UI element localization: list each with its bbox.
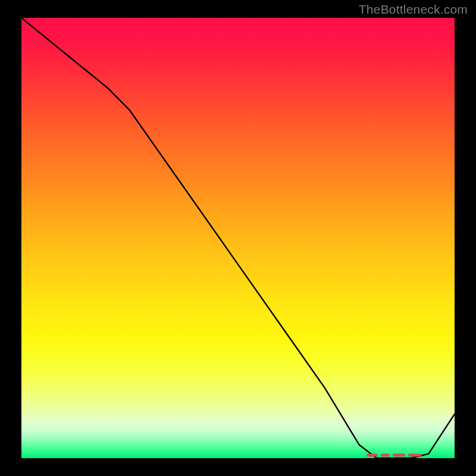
plot-area [21,18,455,458]
chart-frame: TheBottleneck.com [0,0,476,476]
watermark-text: TheBottleneck.com [359,2,468,17]
bottleneck-curve-line [21,18,455,458]
chart-svg [21,18,455,458]
